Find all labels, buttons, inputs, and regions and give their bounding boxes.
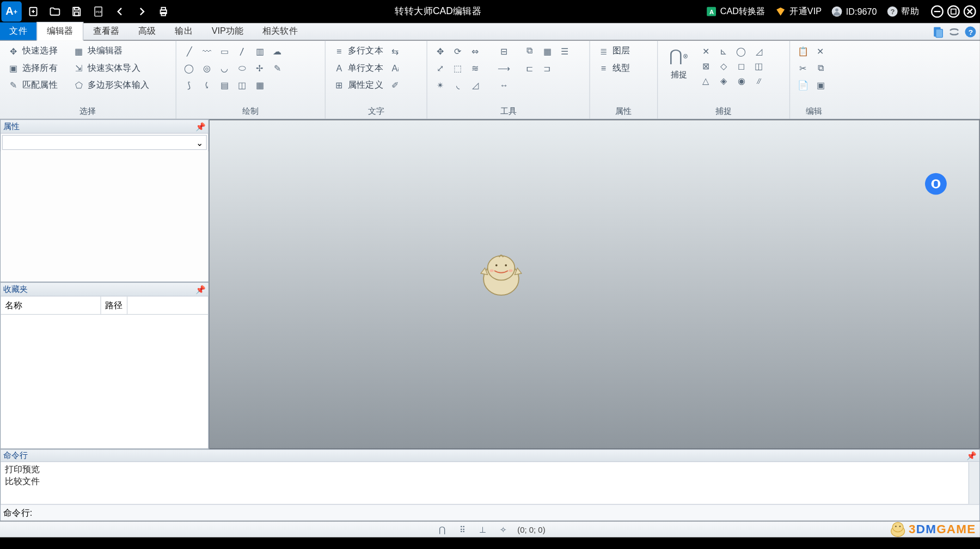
maximize-button[interactable] xyxy=(946,4,961,19)
snap-par-icon[interactable]: ⫽ xyxy=(751,74,766,88)
snap-center-icon[interactable]: ◯ xyxy=(734,44,749,58)
ribbon-paste-button[interactable] xyxy=(931,25,945,39)
fav-col-path[interactable]: 路径 xyxy=(101,296,128,314)
user-id-link[interactable]: ID:9670 xyxy=(828,4,879,19)
text-style-icon[interactable]: Aᵢ xyxy=(388,60,402,75)
point-tool-icon[interactable]: ✢ xyxy=(252,60,267,75)
polyline-tool-icon[interactable]: 〳 xyxy=(235,44,249,58)
text-edit-icon[interactable]: ✐ xyxy=(388,77,402,92)
paste-block-icon[interactable]: ▣ xyxy=(813,77,828,92)
tab-file[interactable]: 文件 xyxy=(0,22,36,40)
snap-mid-icon[interactable]: △ xyxy=(699,74,713,88)
snap-perp-icon[interactable]: ⊾ xyxy=(716,44,731,58)
snap-node-icon[interactable]: ◫ xyxy=(751,58,766,73)
offset-tool-icon[interactable]: ≋ xyxy=(468,60,482,75)
snap-status-icon[interactable]: ⋂ xyxy=(434,522,449,536)
scale-tool-icon[interactable]: ⤢ xyxy=(433,60,448,75)
join-tool-icon[interactable]: ⊐ xyxy=(540,60,554,75)
circle-tool-icon[interactable]: ◯ xyxy=(182,60,197,75)
quick-select-button[interactable]: ✥快速选择 xyxy=(5,44,60,58)
scrollbar[interactable] xyxy=(969,462,979,504)
donut-tool-icon[interactable]: ◎ xyxy=(199,60,214,75)
open-file-button[interactable] xyxy=(45,1,65,21)
stext-button[interactable]: A单行文本 xyxy=(331,60,385,75)
tab-advanced[interactable]: 高级 xyxy=(129,22,166,40)
copy-tool-icon[interactable]: ⧉ xyxy=(522,44,537,58)
paste-icon[interactable]: 📋 xyxy=(795,44,810,58)
ribbon-collapse-button[interactable] xyxy=(947,25,961,39)
gradient-tool-icon[interactable]: ◫ xyxy=(235,77,249,92)
open-vip-link[interactable]: 开通VIP xyxy=(772,4,824,19)
pdf-export-button[interactable]: PDF xyxy=(88,1,108,21)
snap-ext-icon[interactable]: ◇ xyxy=(716,58,731,73)
floating-action-button[interactable] xyxy=(925,173,947,195)
drawing-canvas[interactable] xyxy=(209,119,980,449)
pin-icon[interactable]: 📌 xyxy=(195,122,206,131)
close-button[interactable] xyxy=(963,4,977,19)
cad-converter-link[interactable]: A CAD转换器 xyxy=(702,4,768,19)
array-tool-icon[interactable]: ▦ xyxy=(540,44,554,58)
align-tool-icon[interactable]: ☰ xyxy=(558,44,572,58)
polygon-input-button[interactable]: ⬠多边形实体输入 xyxy=(71,77,151,92)
ellipse-tool-icon[interactable]: ⬭ xyxy=(235,60,249,75)
text-spacing-icon[interactable]: ⇆ xyxy=(388,44,402,58)
line-tool-icon[interactable]: ╱ xyxy=(182,44,197,58)
arc2-tool-icon[interactable]: ⟆ xyxy=(182,77,197,92)
spline-tool-icon[interactable]: 〰 xyxy=(199,44,214,58)
snap-tan-icon[interactable]: ◿ xyxy=(751,44,766,58)
cut-icon[interactable]: ✂ xyxy=(795,60,810,75)
table-tool-icon[interactable]: ▦ xyxy=(252,77,267,92)
trim-tool-icon[interactable]: ⊟ xyxy=(497,44,511,58)
mirror-tool-icon[interactable]: ⇔ xyxy=(468,44,482,58)
bhatch-tool-icon[interactable]: ▤ xyxy=(217,77,232,92)
explode-tool-icon[interactable]: ✴ xyxy=(433,77,448,92)
new-file-button[interactable] xyxy=(23,1,43,21)
print-button[interactable] xyxy=(154,1,174,21)
grid-status-icon[interactable]: ⠿ xyxy=(455,522,470,536)
pin-icon[interactable]: 📌 xyxy=(195,285,206,294)
paste-special-icon[interactable]: 📄 xyxy=(795,77,810,92)
tab-vip[interactable]: VIP功能 xyxy=(202,22,253,40)
ortho-status-icon[interactable]: ⊥ xyxy=(475,522,490,536)
command-input[interactable] xyxy=(35,508,976,518)
delete-icon[interactable]: ✕ xyxy=(813,44,828,58)
redo-button[interactable] xyxy=(132,1,152,21)
properties-dropdown[interactable]: ⌄ xyxy=(2,135,207,150)
arc-tool-icon[interactable]: ◡ xyxy=(217,60,232,75)
rotate-tool-icon[interactable]: ⟳ xyxy=(450,44,465,58)
rect-tool-icon[interactable]: ▭ xyxy=(217,44,232,58)
snap-end-icon[interactable]: ✕ xyxy=(699,44,713,58)
snap-quad-icon[interactable]: ◻ xyxy=(734,58,749,73)
pencil-tool-icon[interactable]: ✎ xyxy=(270,60,285,75)
mtext-button[interactable]: ≡多行文本 xyxy=(331,44,385,58)
minimize-button[interactable] xyxy=(930,4,945,19)
snap-ins-icon[interactable]: ◉ xyxy=(734,74,749,88)
revcloud-tool-icon[interactable]: ☁ xyxy=(270,44,285,58)
tab-output[interactable]: 输出 xyxy=(166,22,202,40)
arc3-tool-icon[interactable]: ⤹ xyxy=(199,77,214,92)
break-tool-icon[interactable]: ⊏ xyxy=(522,60,537,75)
linetype-button[interactable]: ≡线型 xyxy=(596,60,652,75)
snap-toggle-button[interactable]: ⋂⊗ 捕捉 xyxy=(663,44,694,105)
polar-status-icon[interactable]: ✧ xyxy=(495,522,510,536)
fav-col-name[interactable]: 名称 xyxy=(1,296,101,314)
quick-import-button[interactable]: ⇲快速实体导入 xyxy=(71,60,143,75)
select-all-button[interactable]: ▣选择所有 xyxy=(5,60,60,75)
hatch-tool-icon[interactable]: ▥ xyxy=(252,44,267,58)
stretch-tool-icon[interactable]: ⬚ xyxy=(450,60,465,75)
help-link[interactable]: ? 帮助 xyxy=(884,4,922,19)
block-editor-button[interactable]: ▦块编辑器 xyxy=(71,44,125,58)
snap-int-icon[interactable]: ⊠ xyxy=(699,58,713,73)
fillet-tool-icon[interactable]: ◟ xyxy=(450,77,465,92)
pin-icon[interactable]: 📌 xyxy=(966,451,977,460)
tab-viewer[interactable]: 查看器 xyxy=(83,22,128,40)
chamfer-tool-icon[interactable]: ◿ xyxy=(468,77,482,92)
undo-button[interactable] xyxy=(110,1,130,21)
ribbon-help-button[interactable]: ? xyxy=(964,25,977,39)
attrdef-button[interactable]: ⊞属性定义 xyxy=(331,77,385,92)
move-tool-icon[interactable]: ✥ xyxy=(433,44,448,58)
lengthen-tool-icon[interactable]: ↔ xyxy=(497,77,511,92)
save-button[interactable] xyxy=(66,1,87,21)
extend-tool-icon[interactable]: ⟶ xyxy=(497,60,511,75)
tab-editor[interactable]: 编辑器 xyxy=(36,22,83,41)
